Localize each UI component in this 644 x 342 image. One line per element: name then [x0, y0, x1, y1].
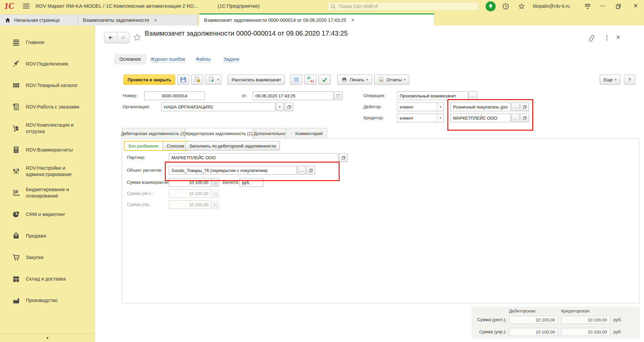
main-menu-button[interactable] [584, 3, 591, 10]
sidebar-item-rdv-settings[interactable]: RDV:Настройки и администрирование [0, 161, 95, 182]
calculate-offset-button[interactable]: Рассчитать взаимозачет [228, 75, 285, 85]
sidebar-item-rdv-settlements[interactable]: RDV:Взаиморасчеты [0, 139, 95, 161]
calendar-button[interactable] [334, 91, 343, 100]
nav-link-tasks[interactable]: Задачи [224, 56, 239, 62]
creditor-kind-combo[interactable]: клиент ▾ [397, 114, 444, 122]
creditor-open-button[interactable] [520, 114, 529, 122]
sidebar-item-rdv-shipping[interactable]: RDV:Комплектация и отгрузка [0, 118, 95, 139]
close-tab-icon[interactable]: ✕ [351, 17, 355, 23]
sidebar-scroll-down[interactable]: ▼ [0, 334, 95, 342]
nav-tab-main[interactable]: Основное [114, 54, 146, 65]
nav-link-error-log[interactable]: Журнал ошибок [150, 56, 185, 62]
post-and-close-button[interactable]: Провести и закрыть [123, 75, 175, 85]
sidebar-item-rdv-catalog[interactable]: RDV:Товарный каталог [0, 75, 95, 96]
open-icon [523, 116, 527, 120]
debtor-select-button[interactable]: ... [511, 102, 519, 111]
split-mode-toggle: Без разбиения Списком [124, 141, 189, 151]
debtor-value-input[interactable]: Розничный покупатель goo [450, 102, 511, 111]
list-icon [293, 77, 299, 83]
close-window-button[interactable]: ✕ [633, 3, 638, 9]
tab-receivable-debt[interactable]: Дебиторская задолженность (2) [122, 128, 185, 138]
notifications-button[interactable] [486, 1, 496, 11]
tab-offset-document[interactable]: Взаимозачет задолженности 0000-000014 от… [199, 13, 434, 26]
amount-input[interactable]: 10 100,00 [169, 178, 211, 187]
tab-offsets-list[interactable]: Взаимозачеты задолженности ✕ [78, 14, 198, 26]
number-input[interactable]: 0000-000014 [144, 91, 205, 100]
open-icon [287, 105, 291, 109]
print-button[interactable]: Печать ▾ [337, 75, 372, 85]
sidebar-item-rdv-orders[interactable]: RDV:Работа с заказами [0, 96, 95, 118]
search-input[interactable]: Поиск Ctrl+Shift+F [327, 2, 479, 11]
favorite-star-button[interactable] [133, 33, 142, 42]
toggle-no-split[interactable]: Без разбиения [125, 141, 162, 150]
organization-open-button[interactable] [285, 102, 293, 111]
post-options-button[interactable]: ▾ [205, 75, 221, 85]
date-input[interactable]: 09.06.2020 17:43:25 [253, 91, 333, 100]
calculator-small-icon [213, 180, 217, 185]
link-icon [588, 35, 595, 42]
operation-select-button[interactable]: ... [469, 91, 478, 100]
sidebar-item-sales[interactable]: Продажи [0, 225, 95, 247]
tab-additional[interactable]: Дополнительно [253, 128, 286, 138]
sidebar-item-rdv-connections[interactable]: RDV:Подключения [0, 53, 95, 75]
summary-reg-label: Сумма (регл.): [472, 316, 506, 324]
tab-payable-debt[interactable]: Кредиторская задолженность (1) [185, 128, 253, 139]
sidebar-item-crm[interactable]: CRM и маркетинг [0, 204, 95, 225]
more-menu-kebab[interactable]: ⋮ [604, 34, 610, 41]
user-email[interactable]: klopatin@rdv-it.ru [533, 3, 570, 9]
settlement-open-button[interactable] [306, 166, 315, 175]
operation-input[interactable]: Произвольный взаимозачет [397, 91, 468, 100]
sidebar-item-production[interactable]: Производство [0, 290, 95, 311]
amount-mgr-input: 10 100,00 [169, 200, 211, 209]
check-button[interactable] [318, 75, 331, 85]
settlement-select-button[interactable]: ... [298, 166, 306, 175]
back-button[interactable] [104, 32, 117, 43]
fill-from-receivable-button[interactable]: Заполнить по дебиторской задолженности [185, 141, 280, 151]
nav-link-files[interactable]: Файлы [196, 56, 210, 62]
restore-button[interactable] [615, 3, 622, 10]
reports-button[interactable]: Отчеты ▾ [374, 75, 409, 85]
organization-dropdown-button[interactable]: ▾ [276, 102, 284, 111]
forward-button[interactable] [117, 32, 130, 43]
report-icon [378, 77, 384, 83]
amount-calculator-button[interactable] [212, 178, 219, 187]
sidebar-item-main[interactable]: Главное [0, 32, 95, 53]
1c-logo: 1С [4, 1, 14, 11]
caret-down-icon[interactable]: ▾ [437, 114, 444, 122]
post-document-button[interactable] [191, 75, 203, 85]
sidebar-item-purchases[interactable]: Закупки [0, 247, 95, 268]
creditor-select-button[interactable]: ... [511, 114, 519, 122]
settlement-object-input[interactable]: Goods_Товары_76 (перекрытие с покупателе… [169, 166, 297, 175]
tab-label: Начальная страница [14, 17, 59, 23]
close-form-button[interactable]: ✕ [616, 34, 621, 41]
help-button[interactable]: ? [624, 75, 635, 85]
save-button[interactable] [177, 75, 189, 85]
document-movements-button[interactable]: ДтКт [304, 75, 316, 85]
more-button[interactable]: Еще ▾ [600, 75, 621, 85]
payable-column-header: Кредиторская: [561, 308, 590, 313]
toggle-as-list[interactable]: Списком [162, 141, 188, 150]
debtor-open-button[interactable] [520, 102, 529, 111]
tab-comment[interactable]: Комментарий [286, 128, 327, 138]
organization-input[interactable]: НАША ОРГАНИЗАЦИЯ2 [161, 102, 275, 111]
history-button[interactable] [502, 3, 509, 10]
sidebar-item-label: RDV:Взаиморасчеты [26, 147, 73, 153]
sidebar-item-budgeting[interactable]: Бюджетирование и планирование [0, 182, 95, 204]
caret-down-icon[interactable]: ▾ [437, 103, 444, 111]
sidebar-item-warehouse[interactable]: Склад и доставка [0, 268, 95, 290]
partner-input[interactable]: МАРКЕТПЛЕЙС ООО [169, 153, 338, 162]
tab-home[interactable]: Начальная страница [0, 14, 78, 26]
close-tab-icon[interactable]: ✕ [154, 18, 157, 23]
calculator-small-icon [213, 191, 217, 196]
favorites-button[interactable] [518, 3, 525, 10]
partner-open-button[interactable] [339, 153, 348, 162]
hamburger-menu-icon[interactable] [23, 4, 30, 9]
currency-input[interactable]: руб. [239, 178, 263, 187]
debtor-kind-combo[interactable]: клиент ▾ [397, 102, 444, 111]
document-list-button[interactable] [290, 75, 302, 85]
printer-icon [341, 77, 347, 83]
minimize-button[interactable]: — [600, 2, 605, 9]
creditor-value-input[interactable]: МАРКЕТПЛЕЙС ООО [450, 114, 511, 122]
home-icon [5, 17, 11, 23]
get-link-button[interactable] [588, 35, 595, 42]
